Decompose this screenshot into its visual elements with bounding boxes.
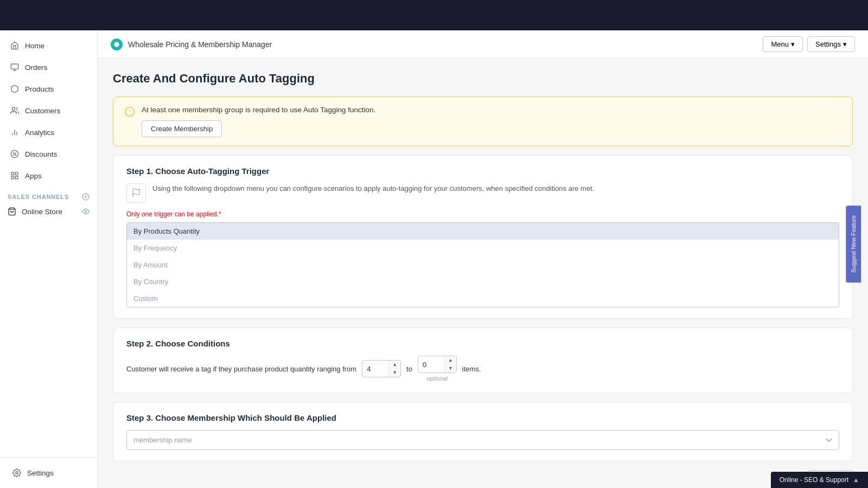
seo-bar-label: Online - SEO & Support xyxy=(780,476,848,484)
seo-bar[interactable]: Online - SEO & Support ▲ xyxy=(771,472,868,488)
trigger-dropdown[interactable]: By Products Quantity By Frequency By Amo… xyxy=(126,222,839,307)
customers-icon xyxy=(10,106,20,115)
step1-card: Step 1. Choose Auto-Tagging Trigger Usin… xyxy=(113,155,853,319)
sidebar-item-customers[interactable]: Customers xyxy=(2,100,95,121)
step3-title: Step 3. Choose Membership Which Should B… xyxy=(126,413,839,422)
menu-chevron-icon: ▾ xyxy=(791,40,795,48)
trigger-option-by-country[interactable]: By Country xyxy=(127,273,839,290)
settings-chevron-icon: ▾ xyxy=(843,40,847,48)
sidebar: Home Orders Products Customers xyxy=(0,30,98,488)
items-suffix: items. xyxy=(462,365,481,373)
sidebar-label-online-store: Online Store xyxy=(22,208,62,216)
svg-point-9 xyxy=(13,152,14,153)
svg-rect-14 xyxy=(11,176,14,179)
sidebar-item-products[interactable]: Products xyxy=(2,79,95,99)
optional-label: optional xyxy=(427,375,448,382)
svg-rect-13 xyxy=(15,176,18,179)
products-icon xyxy=(10,84,20,94)
svg-point-20 xyxy=(16,472,18,474)
apps-icon xyxy=(10,171,20,181)
conditions-label: Customer will receive a tag if they purc… xyxy=(126,365,356,373)
trigger-option-by-products-quantity[interactable]: By Products Quantity xyxy=(127,223,839,240)
home-icon xyxy=(10,41,20,50)
sidebar-label-customers: Customers xyxy=(25,107,60,115)
topbar xyxy=(0,0,868,30)
svg-point-21 xyxy=(114,42,119,47)
svg-rect-0 xyxy=(11,64,18,69)
app-title: Wholesale Pricing & Membership Manager xyxy=(128,40,272,49)
warning-banner: At least one membership group is require… xyxy=(113,97,853,146)
sidebar-label-analytics: Analytics xyxy=(25,129,54,137)
only-one-label: Only one trigger can be applied.* xyxy=(126,210,839,218)
svg-point-10 xyxy=(15,155,16,155)
to-value-input[interactable] xyxy=(418,357,444,372)
step2-title: Step 2. Choose Conditions xyxy=(126,339,839,348)
step2-card: Step 2. Choose Conditions Customer will … xyxy=(113,328,853,393)
page-area: Create And Configure Auto Tagging At lea… xyxy=(98,59,868,488)
from-value-up-arrow[interactable]: ▲ xyxy=(389,361,400,369)
step3-card: Step 3. Choose Membership Which Should B… xyxy=(113,402,853,461)
to-value-down-arrow[interactable]: ▼ xyxy=(445,364,456,373)
to-value-up-arrow[interactable]: ▲ xyxy=(445,356,456,364)
trigger-option-custom[interactable]: Custom xyxy=(127,290,839,307)
sidebar-item-analytics[interactable]: Analytics xyxy=(2,122,95,143)
sidebar-label-settings: Settings xyxy=(27,469,54,477)
trigger-flag-icon xyxy=(126,183,146,203)
sidebar-item-apps[interactable]: Apps xyxy=(2,165,95,186)
from-value-input[interactable] xyxy=(362,362,388,376)
settings-button[interactable]: Settings ▾ xyxy=(807,36,855,52)
sidebar-item-home[interactable]: Home xyxy=(2,35,95,56)
create-membership-button[interactable]: Create Membership xyxy=(142,120,222,137)
sidebar-item-online-store[interactable]: Online Store xyxy=(0,203,97,220)
sidebar-label-discounts: Discounts xyxy=(25,150,57,158)
warning-text: At least one membership group is require… xyxy=(142,106,375,114)
svg-rect-12 xyxy=(15,172,18,175)
channels-add-icon[interactable] xyxy=(82,193,90,201)
svg-point-19 xyxy=(85,210,87,213)
suggest-feature-tab[interactable]: Suggest New Feature xyxy=(846,206,861,282)
from-value-input-wrapper[interactable]: ▲ ▼ xyxy=(362,360,401,377)
from-value-down-arrow[interactable]: ▼ xyxy=(389,369,400,377)
app-logo xyxy=(111,38,123,50)
to-label: to xyxy=(406,365,412,373)
page-footer: Cancel xyxy=(113,470,853,488)
sidebar-label-products: Products xyxy=(25,85,54,93)
seo-bar-expand-icon[interactable]: ▲ xyxy=(853,476,859,484)
warning-icon xyxy=(124,106,135,117)
sidebar-channels-label: SALES CHANNELS xyxy=(0,187,97,203)
page-title: Create And Configure Auto Tagging xyxy=(113,72,853,86)
to-value-input-wrapper[interactable]: ▲ ▼ xyxy=(418,356,457,373)
online-store-view-icon[interactable] xyxy=(82,208,90,215)
step1-title: Step 1. Choose Auto-Tagging Trigger xyxy=(126,166,839,176)
online-store-icon xyxy=(8,207,16,216)
sidebar-item-discounts[interactable]: Discounts xyxy=(2,144,95,164)
conditions-row: Customer will receive a tag if they purc… xyxy=(126,356,839,382)
sidebar-label-home: Home xyxy=(25,42,44,50)
settings-icon xyxy=(12,468,22,478)
trigger-option-by-amount[interactable]: By Amount xyxy=(127,256,839,273)
sidebar-item-settings[interactable]: Settings xyxy=(4,463,93,483)
sidebar-label-orders: Orders xyxy=(25,63,47,72)
orders-icon xyxy=(10,62,20,72)
sidebar-label-apps: Apps xyxy=(25,172,42,180)
app-header: Wholesale Pricing & Membership Manager M… xyxy=(98,30,868,59)
discounts-icon xyxy=(10,149,20,159)
menu-button[interactable]: Menu ▾ xyxy=(763,36,803,52)
svg-point-3 xyxy=(12,107,15,110)
analytics-icon xyxy=(10,127,20,137)
membership-select[interactable]: membership name xyxy=(126,430,839,450)
trigger-description: Using the following dropdown menu you ca… xyxy=(152,183,594,194)
trigger-option-by-frequency[interactable]: By Frequency xyxy=(127,240,839,256)
svg-rect-11 xyxy=(11,172,14,175)
sidebar-item-orders[interactable]: Orders xyxy=(2,57,95,78)
